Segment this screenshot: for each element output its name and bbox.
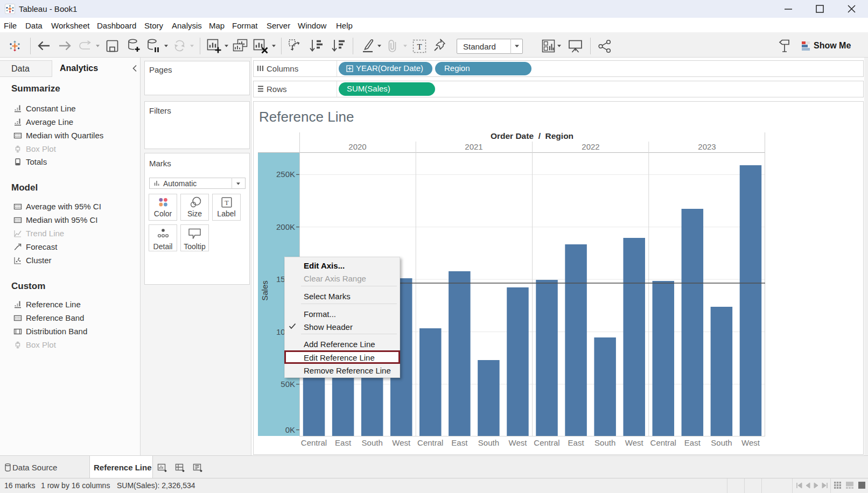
svg-text:Central: Central (301, 438, 327, 447)
svg-text:South: South (711, 438, 732, 447)
svg-text:South: South (594, 438, 615, 447)
svg-text:East: East (335, 438, 352, 447)
svg-text:T: T (225, 199, 229, 207)
svg-text:South: South (478, 438, 499, 447)
svg-text:2021: 2021 (465, 142, 482, 151)
svg-text:Central: Central (417, 438, 443, 447)
svg-text:South: South (362, 438, 383, 447)
svg-text:2020: 2020 (348, 142, 366, 151)
svg-text:Central: Central (534, 438, 559, 447)
svg-text:50K: 50K (281, 379, 295, 389)
svg-text:0K: 0K (285, 425, 295, 434)
svg-text:2022: 2022 (582, 142, 599, 151)
svg-text:200K: 200K (276, 222, 295, 231)
svg-text:East: East (684, 438, 701, 447)
svg-text:Central: Central (650, 438, 676, 447)
svg-text:West: West (392, 438, 411, 447)
svg-text:West: West (741, 438, 760, 447)
svg-text:East: East (568, 438, 585, 447)
svg-text:East: East (451, 438, 468, 447)
svg-text:Order Date / Region: Order Date / Region (491, 131, 573, 140)
svg-text:2023: 2023 (698, 142, 716, 151)
svg-text:West: West (509, 438, 528, 447)
svg-text:250K: 250K (276, 170, 295, 179)
svg-text:West: West (625, 438, 644, 447)
svg-text:T: T (417, 43, 422, 51)
svg-text:Sales: Sales (260, 280, 269, 301)
svg-text:Reference Line: Reference Line (259, 109, 354, 125)
